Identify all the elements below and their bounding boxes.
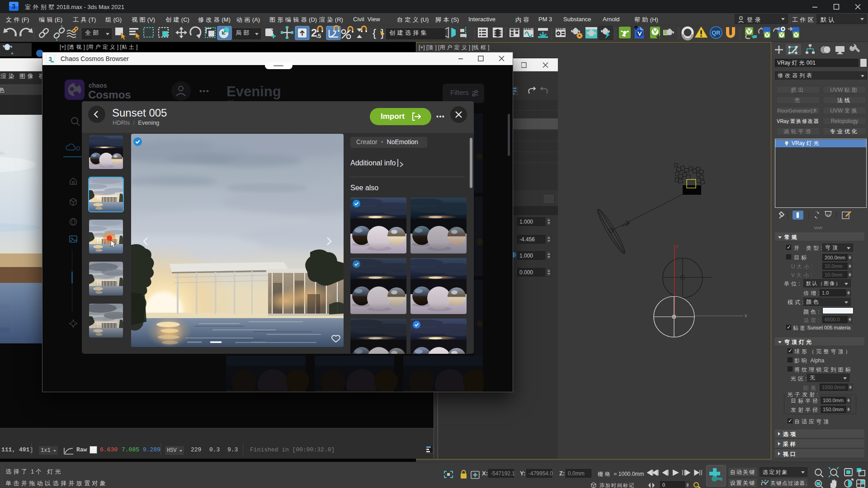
svg-text:添加时间标记: 添加时间标记 — [599, 483, 635, 488]
svg-text:O: O — [76, 145, 80, 152]
svg-text:y: y — [676, 243, 679, 249]
svg-text:2: 2 — [311, 27, 317, 39]
svg-text:3: 3 — [12, 3, 16, 10]
svg-text:5: 5 — [318, 33, 321, 39]
svg-text:{: { — [373, 27, 376, 39]
svg-text:x: x — [745, 313, 747, 318]
svg-text:QR: QR — [712, 29, 721, 36]
